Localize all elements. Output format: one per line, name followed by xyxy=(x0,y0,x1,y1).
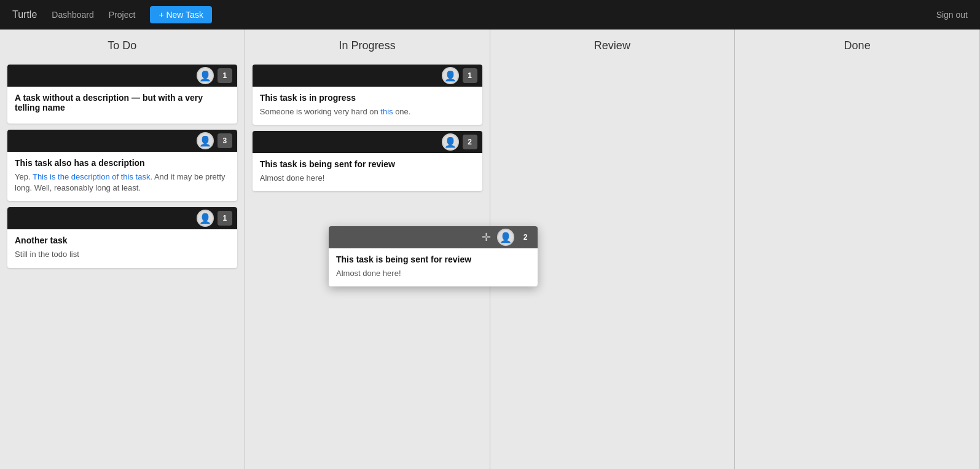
column-header-inprogress: In Progress xyxy=(245,30,490,60)
card-todo-2[interactable]: 👤 3 This task also has a description Yep… xyxy=(7,130,237,201)
column-done: Done xyxy=(735,30,980,469)
avatar-todo-3: 👤 xyxy=(197,210,214,227)
card-inprogress-1[interactable]: 👤 1 This task is in progress Someone is … xyxy=(253,65,482,125)
card-desc-inprogress-1: Someone is working very hard on this one… xyxy=(260,106,475,117)
card-desc-inprogress-2: Almost done here! xyxy=(260,173,475,184)
card-header-inprogress-2: 👤 2 xyxy=(253,131,482,153)
highlight-inprogress-1: this xyxy=(380,107,393,116)
avatar-inprogress-1: 👤 xyxy=(442,67,459,84)
avatar-todo-2: 👤 xyxy=(197,132,214,149)
card-desc-todo-3: Still in the todo list xyxy=(15,249,230,260)
badge-todo-1: 1 xyxy=(218,68,232,83)
project-link[interactable]: Project xyxy=(109,10,136,20)
dashboard-link[interactable]: Dashboard xyxy=(52,10,94,20)
drag-overlay-desc: Almost done here! xyxy=(336,268,530,279)
card-desc-todo-2: Yep. This is the description of this tas… xyxy=(15,171,230,194)
column-body-done xyxy=(735,60,979,469)
card-title-inprogress-1: This task is in progress xyxy=(260,93,475,103)
card-header-todo-2: 👤 3 xyxy=(7,130,237,152)
card-body-inprogress-1: This task is in progress Someone is work… xyxy=(253,87,482,125)
card-body-todo-1: A task without a description — but with … xyxy=(7,87,237,124)
card-todo-3[interactable]: 👤 1 Another task Still in the todo list xyxy=(7,207,237,267)
card-title-todo-2: This task also has a description xyxy=(15,158,230,168)
navbar: Turtle Dashboard Project + New Task Sign… xyxy=(0,0,980,30)
card-todo-1[interactable]: 👤 1 A task without a description — but w… xyxy=(7,65,237,124)
drag-overlay-header: ✛ 👤 2 xyxy=(329,226,538,248)
badge-todo-2: 3 xyxy=(218,133,232,148)
board: To Do 👤 1 A task without a description —… xyxy=(0,30,980,469)
badge-inprogress-1: 1 xyxy=(463,68,477,83)
card-title-todo-3: Another task xyxy=(15,235,230,245)
card-body-inprogress-2: This task is being sent for review Almos… xyxy=(253,153,482,191)
column-header-review: Review xyxy=(490,30,735,60)
new-task-button[interactable]: + New Task xyxy=(150,6,212,23)
card-body-todo-3: Another task Still in the todo list xyxy=(7,229,237,267)
signout-link[interactable]: Sign out xyxy=(936,10,968,20)
badge-inprogress-2: 2 xyxy=(463,135,477,149)
card-inprogress-2[interactable]: 👤 2 This task is being sent for review A… xyxy=(253,131,482,191)
card-header-inprogress-1: 👤 1 xyxy=(253,65,482,87)
column-header-done: Done xyxy=(735,30,979,60)
badge-todo-3: 1 xyxy=(218,211,232,226)
drag-handle-icon: ✛ xyxy=(482,231,491,244)
column-todo: To Do 👤 1 A task without a description —… xyxy=(0,30,245,469)
navbar-brand: Turtle xyxy=(12,9,37,20)
drag-overlay-title: This task is being sent for review xyxy=(336,254,530,264)
drag-overlay-body: This task is being sent for review Almos… xyxy=(329,248,538,286)
drag-overlay-badge: 2 xyxy=(518,230,533,245)
drag-overlay-card[interactable]: ✛ 👤 2 This task is being sent for review… xyxy=(329,226,538,286)
card-title-todo-1: A task without a description — but with … xyxy=(15,93,230,112)
drag-overlay-avatar: 👤 xyxy=(497,229,514,246)
card-header-todo-1: 👤 1 xyxy=(7,65,237,87)
card-header-todo-3: 👤 1 xyxy=(7,207,237,229)
avatar-todo-1: 👤 xyxy=(197,67,214,84)
column-body-todo: 👤 1 A task without a description — but w… xyxy=(0,60,245,469)
avatar-inprogress-2: 👤 xyxy=(442,133,459,151)
card-body-todo-2: This task also has a description Yep. Th… xyxy=(7,152,237,201)
column-header-todo: To Do xyxy=(0,30,245,60)
card-title-inprogress-2: This task is being sent for review xyxy=(260,159,475,169)
highlight-todo-2: This is the description of this task. xyxy=(33,172,152,181)
